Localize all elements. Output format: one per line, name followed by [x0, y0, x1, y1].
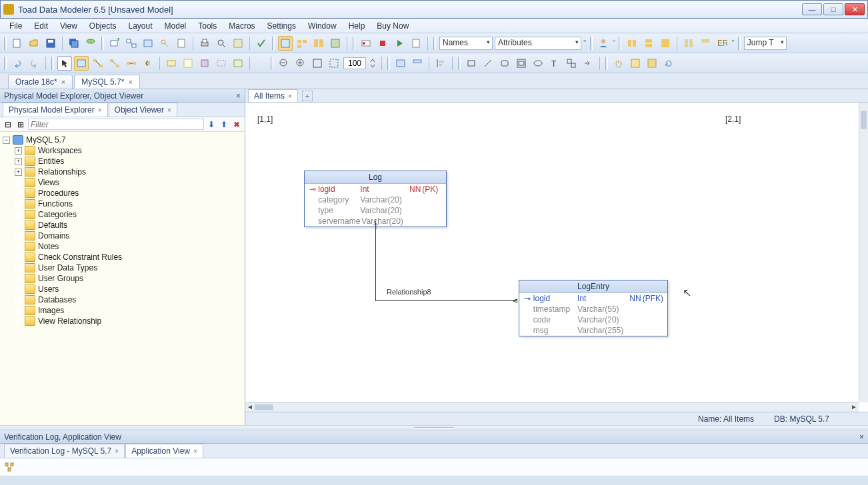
menu-buy-now[interactable]: Buy Now: [371, 20, 414, 32]
tree-node-images[interactable]: Images: [1, 305, 243, 316]
filter-input[interactable]: [28, 119, 204, 130]
overview-icon[interactable]: [628, 56, 643, 71]
expand-icon[interactable]: +: [15, 158, 22, 165]
canvas[interactable]: [1,1] [2,1] Log ⊸logidIntNN(PK)categoryV…: [245, 103, 859, 402]
close-icon[interactable]: ×: [128, 78, 132, 86]
close-icon[interactable]: ×: [115, 448, 119, 455]
bottom-panel-close-icon[interactable]: ×: [859, 432, 864, 442]
select-tool-icon[interactable]: [57, 56, 72, 71]
relationship-line-v[interactable]: [375, 221, 376, 300]
merge-icon[interactable]: [328, 36, 343, 51]
save-all-icon[interactable]: [67, 36, 81, 51]
zoom-updown-icon[interactable]: [368, 56, 377, 71]
close-icon[interactable]: ×: [61, 78, 65, 86]
entity-row-logid[interactable]: ⊸logidIntNN(PFK): [519, 293, 667, 304]
add-key-icon[interactable]: [157, 36, 172, 51]
vertical-splitter[interactable]: [0, 425, 868, 430]
record-icon[interactable]: [359, 36, 373, 51]
entity-logentry[interactable]: LogEntry ⊸logidIntNN(PFK)timestampVarcha…: [519, 280, 668, 336]
stop-icon[interactable]: [375, 36, 390, 51]
close-icon[interactable]: ×: [193, 448, 197, 455]
menu-objects[interactable]: Objects: [84, 20, 122, 32]
category-tool-icon[interactable]: [214, 56, 229, 71]
menu-tools[interactable]: Tools: [193, 20, 222, 32]
script-icon[interactable]: [409, 36, 423, 51]
expand-icon[interactable]: −: [3, 137, 10, 144]
menu-model[interactable]: Model: [159, 20, 192, 32]
print-icon[interactable]: [197, 36, 212, 51]
horizontal-scrollbar[interactable]: ◄ ►: [245, 402, 859, 412]
pan-icon[interactable]: [611, 56, 626, 71]
tree-node-defaults[interactable]: Defaults: [1, 220, 243, 231]
relationship-label[interactable]: Relationship8: [387, 288, 431, 296]
new-model-icon[interactable]: [10, 36, 25, 51]
menu-edit[interactable]: Edit: [29, 20, 53, 32]
play-icon[interactable]: [392, 36, 407, 51]
shape-arrow-icon[interactable]: [581, 56, 595, 71]
tree-node-entities[interactable]: +Entities: [1, 156, 243, 167]
tree-node-check-constraint-rules[interactable]: Check Constraint Rules: [1, 252, 243, 262]
verify-icon[interactable]: [254, 36, 269, 51]
layout-icon3[interactable]: ERP: [715, 36, 729, 51]
shape-line-icon[interactable]: [481, 56, 495, 71]
view-tool-icon[interactable]: [164, 56, 179, 71]
rel-self-icon[interactable]: [141, 56, 155, 71]
add-view-icon[interactable]: [141, 36, 155, 51]
new-workspace-tab[interactable]: +: [302, 91, 313, 101]
compare-icon[interactable]: [311, 36, 326, 51]
jump-to-dropdown[interactable]: Jump T: [744, 37, 787, 50]
menu-file[interactable]: File: [4, 20, 27, 32]
zoom-region-icon[interactable]: [327, 56, 341, 71]
menu-settings[interactable]: Settings: [262, 20, 301, 32]
bottom-tab-verification-log-mysql-5-7[interactable]: Verification Log - MySQL 5.7×: [4, 444, 125, 458]
tree-node-categories[interactable]: Categories: [1, 209, 243, 220]
add-index-icon[interactable]: [174, 36, 189, 51]
rel-identifying-icon[interactable]: [91, 56, 105, 71]
image-tool-icon[interactable]: [231, 56, 245, 71]
maximize-button[interactable]: □: [823, 3, 843, 15]
align-left-icon[interactable]: [433, 56, 448, 71]
entity-row-category[interactable]: categoryVarchar(20): [305, 195, 446, 205]
shape-container-icon[interactable]: [514, 56, 529, 71]
model-tab-oracle-18c-[interactable]: Oracle 18c*×: [8, 75, 73, 89]
rel-mn-icon[interactable]: [124, 56, 139, 71]
generate-sql-icon[interactable]: [231, 36, 245, 51]
zoom-fit-icon[interactable]: [310, 56, 325, 71]
redo-icon[interactable]: [27, 56, 41, 71]
menu-help[interactable]: Help: [343, 20, 371, 32]
bottom-tab-application-view[interactable]: Application View×: [125, 444, 203, 458]
user-icon[interactable]: [596, 36, 611, 51]
add-relationship-icon[interactable]: [124, 36, 139, 51]
tree-node-user-groups[interactable]: User Groups: [1, 273, 243, 284]
shape-text-icon[interactable]: T: [547, 56, 562, 71]
zoom-in-icon[interactable]: [293, 56, 308, 71]
tree-collapse-icon[interactable]: ⊟: [3, 119, 13, 130]
tree-node-workspaces[interactable]: +Workspaces: [1, 145, 243, 156]
filter-up-icon[interactable]: ⬆: [219, 119, 229, 130]
entity-row-msg[interactable]: msgVarchar(255): [519, 325, 667, 336]
close-icon[interactable]: ×: [167, 107, 171, 114]
shape-rect-icon[interactable]: [464, 56, 479, 71]
tree-node-views[interactable]: Views: [1, 177, 243, 188]
undo-icon[interactable]: [10, 56, 25, 71]
close-icon[interactable]: ×: [288, 93, 292, 100]
close-button[interactable]: ✕: [845, 3, 865, 15]
db-connect-icon[interactable]: [83, 36, 98, 51]
tree-node-view-relationship[interactable]: View Relationship: [1, 316, 243, 326]
expand-icon[interactable]: +: [15, 169, 22, 176]
zoom-input[interactable]: [343, 57, 366, 69]
align-icon2[interactable]: [641, 36, 656, 51]
tree-node-users[interactable]: Users: [1, 284, 243, 294]
left-panel-close-icon[interactable]: ×: [236, 91, 241, 101]
app-view-tree-icon[interactable]: [4, 462, 15, 472]
display-mode2-icon[interactable]: [410, 56, 425, 71]
menu-view[interactable]: View: [55, 20, 83, 32]
layout-icon1[interactable]: [681, 36, 696, 51]
vertical-scrollbar[interactable]: [859, 103, 868, 402]
tree-node-domains[interactable]: Domains: [1, 231, 243, 241]
close-icon[interactable]: ×: [98, 107, 102, 114]
entity-row-type[interactable]: typeVarchar(20): [305, 205, 446, 216]
left-tab-physical-model-explorer[interactable]: Physical Model Explorer×: [3, 103, 108, 117]
entity-row-timestamp[interactable]: timestampVarchar(55): [519, 304, 667, 314]
rel-nonidentifying-icon[interactable]: [107, 56, 122, 71]
